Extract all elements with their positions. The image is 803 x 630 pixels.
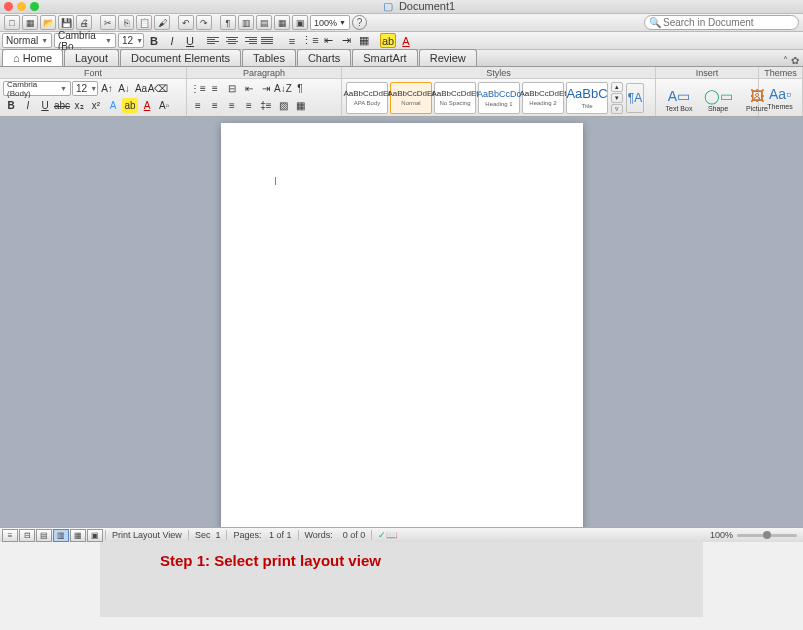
publishing-view-button[interactable]: ▤: [36, 529, 52, 542]
highlight-button-2[interactable]: ab: [122, 98, 138, 113]
open-button[interactable]: 📂: [40, 15, 56, 30]
styles-scroll-up[interactable]: ▴: [611, 82, 623, 92]
clear-formatting-button[interactable]: A⌫: [150, 81, 166, 96]
font-color-button-2[interactable]: A: [139, 98, 155, 113]
shrink-font-button[interactable]: A↓: [116, 81, 132, 96]
close-window-button[interactable]: [4, 2, 13, 11]
bold-button-2[interactable]: B: [3, 98, 19, 113]
insert-shape-button[interactable]: ◯▭Shape: [700, 83, 736, 115]
new-doc-button[interactable]: □: [4, 15, 20, 30]
increase-indent-button[interactable]: ⇥: [338, 33, 354, 48]
print-layout-view-button[interactable]: ▥: [53, 529, 69, 542]
gallery-button[interactable]: ▦: [274, 15, 290, 30]
numbered-list-button[interactable]: ≡: [284, 33, 300, 48]
ribbon-options-button[interactable]: ✿: [791, 55, 799, 66]
align-left-button[interactable]: [206, 33, 222, 48]
underline-button-2[interactable]: U: [37, 98, 53, 113]
increase-indent-button-2[interactable]: ⇥: [258, 81, 274, 96]
character-shading-button[interactable]: A▫: [156, 98, 172, 113]
zoom-percent[interactable]: 100%: [710, 530, 733, 540]
decrease-indent-button[interactable]: ⇤: [320, 33, 336, 48]
media-browser-button[interactable]: ▣: [292, 15, 308, 30]
align-center-button-2[interactable]: ≡: [207, 98, 223, 113]
tab-document-elements[interactable]: Document Elements: [120, 49, 241, 66]
zoom-slider[interactable]: [737, 534, 797, 537]
tab-home[interactable]: ⌂Home: [2, 49, 63, 66]
multilevel-list-button[interactable]: ⊟: [224, 81, 240, 96]
notebook-view-button[interactable]: ▦: [70, 529, 86, 542]
italic-button[interactable]: I: [164, 33, 180, 48]
tab-review[interactable]: Review: [419, 49, 477, 66]
minimize-window-button[interactable]: [17, 2, 26, 11]
copy-button[interactable]: ⎘: [118, 15, 134, 30]
outline-view-button[interactable]: ⊟: [19, 529, 35, 542]
align-center-button[interactable]: [224, 33, 240, 48]
draft-view-button[interactable]: ≡: [2, 529, 18, 542]
change-case-button[interactable]: Aa: [133, 81, 149, 96]
align-right-button[interactable]: [242, 33, 258, 48]
line-spacing-button[interactable]: ‡≡: [258, 98, 274, 113]
decrease-indent-button-2[interactable]: ⇤: [241, 81, 257, 96]
shading-button[interactable]: ▨: [275, 98, 291, 113]
border-button[interactable]: ▦: [292, 98, 308, 113]
document-page[interactable]: [221, 123, 583, 527]
document-canvas[interactable]: [0, 117, 803, 527]
insert-textbox-button[interactable]: A▭Text Box: [661, 83, 697, 115]
font-size-dropdown[interactable]: 12▼: [118, 33, 144, 48]
font-color-button[interactable]: A: [398, 33, 414, 48]
print-button[interactable]: 🖨: [76, 15, 92, 30]
bullet-list-button-2[interactable]: ⋮≡: [190, 81, 206, 96]
superscript-button[interactable]: x²: [88, 98, 104, 113]
tab-smartart[interactable]: SmartArt: [352, 49, 417, 66]
toggle-sidebar-button[interactable]: ▥: [238, 15, 254, 30]
grow-font-button[interactable]: A↑: [99, 81, 115, 96]
font-size-dropdown-2[interactable]: 12▼: [72, 81, 98, 96]
justify-button[interactable]: [260, 33, 276, 48]
tab-charts[interactable]: Charts: [297, 49, 351, 66]
justify-button-2[interactable]: ≡: [241, 98, 257, 113]
toolbox-button[interactable]: ▤: [256, 15, 272, 30]
undo-button[interactable]: ↶: [178, 15, 194, 30]
show-marks-button[interactable]: ¶: [292, 81, 308, 96]
font-dropdown[interactable]: Cambria (Bo...▼: [54, 33, 116, 48]
font-family-dropdown[interactable]: Cambria (Body)▼: [3, 81, 71, 96]
align-right-button-2[interactable]: ≡: [224, 98, 240, 113]
style-dropdown[interactable]: Normal▼: [2, 33, 52, 48]
borders-button[interactable]: ▦: [356, 33, 372, 48]
format-painter-button[interactable]: 🖌: [154, 15, 170, 30]
cut-button[interactable]: ✂: [100, 15, 116, 30]
save-button[interactable]: 💾: [58, 15, 74, 30]
underline-button[interactable]: U: [182, 33, 198, 48]
italic-button-2[interactable]: I: [20, 98, 36, 113]
sort-button[interactable]: A↓Z: [275, 81, 291, 96]
strikethrough-button[interactable]: abc: [54, 98, 70, 113]
themes-button[interactable]: Aa▫Themes: [762, 81, 798, 113]
style-apa-body[interactable]: AaBbCcDdEtAPA Body: [346, 82, 388, 114]
spellcheck-button[interactable]: ✓📖: [371, 530, 403, 540]
subscript-button[interactable]: x₂: [71, 98, 87, 113]
bulleted-list-button[interactable]: ⋮≡: [302, 33, 318, 48]
zoom-slider-knob[interactable]: [763, 531, 771, 539]
styles-scroll-down[interactable]: ▾: [611, 93, 623, 103]
styles-pane-button[interactable]: ¶A: [626, 83, 644, 113]
tab-tables[interactable]: Tables: [242, 49, 296, 66]
tab-layout[interactable]: Layout: [64, 49, 119, 66]
zoom-window-button[interactable]: [30, 2, 39, 11]
bold-button[interactable]: B: [146, 33, 162, 48]
align-left-button-2[interactable]: ≡: [190, 98, 206, 113]
new-from-template-button[interactable]: ▦: [22, 15, 38, 30]
paste-button[interactable]: 📋: [136, 15, 152, 30]
redo-button[interactable]: ↷: [196, 15, 212, 30]
text-effects-button[interactable]: A: [105, 98, 121, 113]
style-normal[interactable]: AaBbCcDdEtNormal: [390, 82, 432, 114]
styles-expand[interactable]: ▿: [611, 104, 623, 114]
fullscreen-view-button[interactable]: ▣: [87, 529, 103, 542]
search-input[interactable]: [663, 17, 794, 28]
zoom-dropdown[interactable]: 100%▼: [310, 15, 350, 30]
show-formatting-button[interactable]: ¶: [220, 15, 236, 30]
style-no-spacing[interactable]: AaBbCcDdEtNo Spacing: [434, 82, 476, 114]
style-title[interactable]: AaBbCTitle: [566, 82, 608, 114]
highlight-color-button[interactable]: ab: [380, 33, 396, 48]
style-heading-1[interactable]: AaBbCcDcHeading 1: [478, 82, 520, 114]
style-heading-2[interactable]: AaBbCcDdEtHeading 2: [522, 82, 564, 114]
